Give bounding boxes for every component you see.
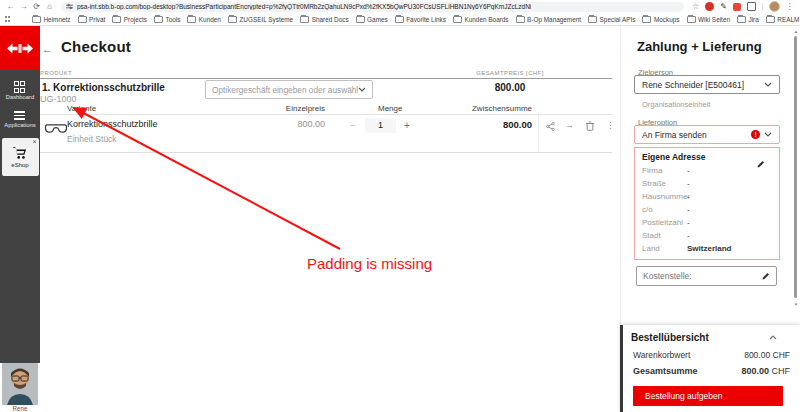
bookmark-folder[interactable]: REALM APPS — [766, 16, 800, 23]
sidebar-item-applications[interactable]: Applications — [4, 111, 35, 128]
org-unit-label: Organisationseinheit — [642, 100, 710, 109]
order-summary-panel: Bestellübersicht Warenkorbwert 800.00 CH… — [620, 325, 800, 412]
col-menge: Menge — [378, 104, 402, 113]
app-sidebar: Dashboard Applications × eShop Rene — [0, 26, 40, 412]
sidebar-item-dashboard[interactable]: Dashboard — [6, 81, 34, 100]
user-avatar — [2, 363, 38, 405]
scrollbar-down-icon[interactable]: ▼ — [792, 302, 800, 307]
bookmark-folder[interactable]: Privat — [78, 16, 106, 23]
sidebar-user-name: Rene — [12, 405, 27, 412]
cost-center-label: Kostenstelle: — [643, 271, 762, 281]
back-arrow-icon[interactable]: ← — [42, 43, 53, 55]
folder-icon — [766, 16, 775, 23]
close-icon[interactable]: × — [32, 138, 36, 145]
address-bar[interactable]: psa-int.sbb.b-op.com/bop-desktop?Busines… — [61, 2, 684, 12]
panel-title: Zahlung + Lieferung — [637, 39, 762, 54]
bookmark-folder[interactable]: Tools — [154, 16, 180, 23]
place-order-button[interactable]: Bestellung aufgeben — [633, 386, 783, 406]
folder-icon — [395, 16, 404, 23]
sidebar-item-eshop[interactable]: × eShop — [2, 138, 39, 176]
bookmark-folder[interactable]: Kunden — [187, 16, 221, 23]
summary-total-value: 800.00 CHF — [741, 366, 790, 376]
folder-icon — [300, 16, 309, 23]
row-product-name: Korrektionsschutzbrille — [67, 119, 158, 129]
edit-cost-center-icon[interactable] — [762, 272, 770, 280]
address-row-label: Hausnummer — [642, 192, 690, 201]
bookmark-folder[interactable]: Special APIs — [588, 16, 635, 23]
browser-forward-icon[interactable]: → — [17, 0, 30, 13]
qty-decrease-button[interactable]: − — [348, 120, 358, 131]
address-title: Eigene Adresse — [642, 152, 705, 162]
delivery-address-box: Eigene Adresse Firma - Straße - Hausnumm… — [634, 147, 780, 260]
folder-icon — [516, 16, 525, 23]
move-row-icon[interactable]: → — [565, 120, 574, 130]
extension-red-square-icon[interactable] — [733, 3, 741, 11]
bookmark-folder[interactable]: Games — [356, 16, 388, 23]
row-divider — [40, 152, 612, 153]
trash-icon[interactable] — [586, 121, 594, 131]
summary-title: Bestellübersicht — [631, 332, 709, 343]
address-row-value: - — [687, 166, 690, 175]
extension-red-circle-icon[interactable] — [705, 2, 714, 11]
product-name: 1. Korrektionsschutzbrille — [42, 82, 165, 93]
row-menu-icon[interactable]: ⋮ — [606, 120, 615, 130]
address-row-label: Stadt — [642, 231, 661, 240]
bookmark-folder[interactable]: B-Op Management — [516, 16, 582, 23]
optician-select[interactable]: Optikergeschäft eingeben oder auswählen … — [205, 80, 373, 99]
folder-icon — [642, 16, 651, 23]
optician-placeholder: Optikergeschäft eingeben oder auswählen … — [212, 85, 358, 95]
chevron-down-icon — [764, 132, 772, 137]
bookmark-folder[interactable]: Wiki Seiten — [687, 16, 730, 23]
folder-icon — [112, 16, 121, 23]
delivery-option-value: An Firma senden — [642, 130, 747, 140]
folder-icon — [228, 16, 237, 23]
browser-home-icon[interactable]: ⌂ — [43, 0, 56, 13]
product-column-label: PRODUKT — [40, 70, 72, 76]
chevron-down-icon — [764, 82, 772, 87]
bookmark-folder[interactable]: Shared Docs — [300, 16, 348, 23]
row-unit-price: 800.00 — [255, 119, 325, 129]
extensions-puzzle-icon[interactable] — [747, 2, 756, 11]
target-person-select[interactable]: Rene Schneider [E500461] — [634, 75, 780, 94]
sbb-logo[interactable] — [0, 26, 40, 70]
bookmark-folder[interactable]: Heimnetz — [32, 16, 71, 23]
cart-icon — [13, 147, 27, 160]
summary-total-label: Gesamtsumme — [633, 366, 698, 376]
qty-input[interactable]: 1 — [365, 118, 396, 133]
address-row-value: - — [687, 218, 690, 227]
bookmark-star-icon[interactable]: ☆ — [689, 0, 702, 13]
extension-pen-icon[interactable]: ✎ — [720, 2, 727, 11]
bookmark-folder[interactable]: Mockups — [642, 16, 679, 23]
qty-increase-button[interactable]: + — [402, 120, 412, 131]
folder-icon — [737, 16, 746, 23]
address-row-value: - — [687, 205, 690, 214]
browser-reload-icon[interactable]: ⟳ — [30, 0, 43, 13]
scrollbar-up-icon[interactable]: ▲ — [792, 29, 800, 34]
sidebar-user[interactable]: Rene — [0, 363, 40, 412]
toolbar-divider — [762, 3, 763, 11]
address-row-label: c/o — [642, 205, 653, 214]
share-row-icon[interactable] — [546, 122, 555, 131]
bookmark-folder[interactable]: Projects — [112, 16, 147, 23]
bookmark-folder[interactable]: Favorite Links — [395, 16, 446, 23]
folder-icon — [78, 16, 87, 23]
profile-avatar[interactable] — [769, 1, 780, 12]
chevron-up-icon[interactable] — [769, 335, 777, 340]
scrollbar-thumb[interactable] — [794, 36, 797, 298]
error-badge-icon: ! — [751, 130, 760, 139]
apps-grid-icon[interactable] — [5, 16, 12, 23]
site-settings-icon[interactable] — [66, 3, 73, 10]
browser-back-icon[interactable]: ← — [4, 0, 17, 13]
edit-address-icon[interactable] — [757, 160, 765, 168]
delivery-option-select[interactable]: An Firma senden ! — [634, 125, 780, 144]
folder-icon — [154, 16, 163, 23]
sbb-arrows-icon — [7, 42, 33, 55]
col-variante: Variante — [67, 104, 96, 113]
bookmark-folder[interactable]: Kunden Boards — [453, 16, 509, 23]
browser-menu-icon[interactable]: ⋮ — [783, 0, 796, 13]
folder-icon — [356, 16, 365, 23]
cost-center-field[interactable]: Kostenstelle: — [636, 266, 777, 286]
target-person-value: Rene Schneider [E500461] — [642, 80, 760, 90]
bookmark-folder[interactable]: ZUGSEIL Systeme — [228, 16, 293, 23]
bookmark-folder[interactable]: Jira — [737, 16, 759, 23]
